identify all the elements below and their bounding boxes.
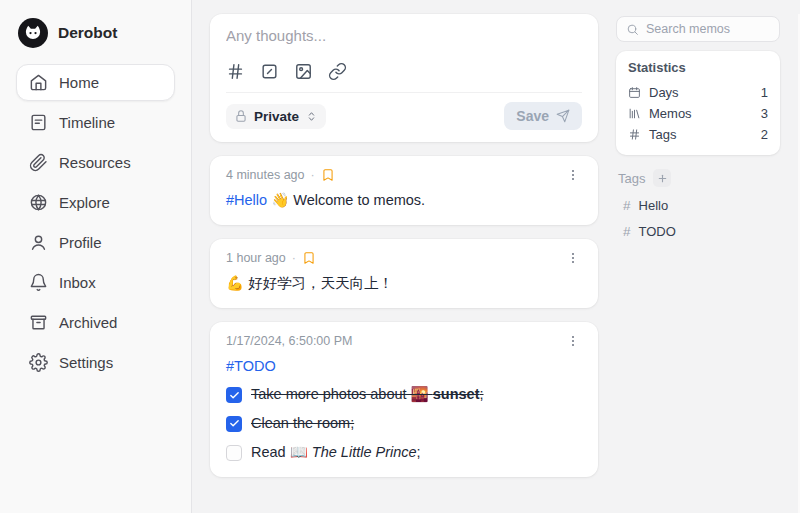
sidebar-item-label: Resources	[59, 154, 131, 171]
memo-input[interactable]	[226, 27, 582, 51]
task-row: Take more photos about 🌇 sunset;	[226, 384, 582, 406]
search-input[interactable]	[646, 22, 770, 36]
sidebar-item-inbox[interactable]: Inbox	[16, 264, 175, 301]
tag-link[interactable]: #Hello	[226, 192, 267, 208]
bell-icon	[29, 273, 48, 292]
sidebar-item-profile[interactable]: Profile	[16, 224, 175, 261]
globe-icon	[29, 193, 48, 212]
checkbox-checked[interactable]	[226, 387, 242, 403]
stat-value: 3	[761, 106, 768, 121]
memo-card: 1 hour ago · 💪 好好学习，天天向上！	[210, 239, 598, 308]
timeline-icon	[29, 113, 48, 132]
more-menu-icon[interactable]	[564, 332, 582, 350]
tags-header: Tags	[618, 169, 780, 187]
statistics-card: Statistics Days 1 Memos 3 Tags 2	[616, 51, 780, 155]
sidebar-item-settings[interactable]: Settings	[16, 344, 175, 381]
cat-avatar-icon	[18, 18, 48, 48]
memo-timestamp[interactable]: 4 minutes ago	[226, 168, 305, 182]
calendar-icon	[628, 86, 641, 99]
memo-header: 4 minutes ago ·	[226, 166, 582, 184]
tag-item-hello[interactable]: # Hello	[618, 198, 780, 213]
sidebar-item-home[interactable]: Home	[16, 64, 175, 101]
save-label: Save	[516, 108, 549, 124]
more-menu-icon[interactable]	[564, 166, 582, 184]
stat-row-days: Days 1	[628, 82, 768, 103]
stat-label: Tags	[649, 127, 676, 142]
chevrons-up-down-icon	[305, 110, 318, 123]
tags-section: Tags # Hello # TODO	[616, 169, 780, 239]
gear-icon	[29, 353, 48, 372]
paperclip-icon	[29, 153, 48, 172]
check-icon	[229, 390, 240, 401]
hash-symbol: #	[623, 198, 631, 213]
sidebar-item-explore[interactable]: Explore	[16, 184, 175, 221]
library-icon	[628, 107, 641, 120]
user-name: Derobot	[58, 24, 117, 42]
avatar	[18, 18, 48, 48]
right-panel: Statistics Days 1 Memos 3 Tags 2 Tags	[616, 14, 780, 513]
sidebar-item-timeline[interactable]: Timeline	[16, 104, 175, 141]
memo-text: 💪 好好学习，天天向上！	[226, 275, 393, 291]
stat-value: 2	[761, 127, 768, 142]
bookmark-icon	[321, 168, 335, 182]
memo-timestamp[interactable]: 1 hour ago	[226, 251, 286, 265]
memo-card: 1/17/2024, 6:50:00 PM #TODO Take more ph…	[210, 322, 598, 477]
composer-toolbar	[226, 62, 582, 81]
add-tag-button[interactable]	[653, 169, 671, 187]
archive-box-icon	[29, 313, 48, 332]
task-row: Clean the room;	[226, 413, 582, 435]
memo-card: 4 minutes ago · #Hello 👋 Welcome to memo…	[210, 156, 598, 225]
task-text: Take more photos about 🌇 sunset;	[251, 384, 484, 406]
memo-header: 1/17/2024, 6:50:00 PM	[226, 332, 582, 350]
image-icon[interactable]	[294, 62, 313, 81]
more-menu-icon[interactable]	[564, 249, 582, 267]
sidebar-item-label: Settings	[59, 354, 113, 371]
checklist-icon[interactable]	[260, 62, 279, 81]
memo-column: Private Save 4 minutes ago ·	[210, 14, 598, 513]
memo-composer: Private Save	[210, 14, 598, 142]
memo-content: #Hello 👋 Welcome to memos.	[226, 190, 582, 212]
lock-icon	[234, 109, 248, 123]
task-text: Read 📖 The Little Prince;	[251, 442, 421, 464]
sidebar-item-label: Inbox	[59, 274, 96, 291]
sidebar-item-archived[interactable]: Archived	[16, 304, 175, 341]
composer-divider	[226, 92, 582, 93]
visibility-value: Private	[254, 109, 299, 124]
sidebar-item-label: Archived	[59, 314, 117, 331]
memo-text: 👋 Welcome to memos.	[267, 192, 425, 208]
hashtag-icon[interactable]	[226, 62, 245, 81]
home-icon	[29, 73, 48, 92]
statistics-title: Statistics	[628, 60, 768, 75]
sidebar-nav: Home Timeline Resources Explore Profile …	[16, 64, 175, 381]
sidebar-item-label: Home	[59, 74, 99, 91]
memo-content: #TODO Take more photos about 🌇 sunset; C…	[226, 356, 582, 464]
stat-row-memos: Memos 3	[628, 103, 768, 124]
tag-link[interactable]: #TODO	[226, 358, 276, 374]
sidebar-item-label: Timeline	[59, 114, 115, 131]
memo-header: 1 hour ago ·	[226, 249, 582, 267]
main-area: Private Save 4 minutes ago ·	[192, 0, 800, 513]
link-icon[interactable]	[328, 62, 347, 81]
tag-name: TODO	[639, 224, 676, 239]
sidebar-item-label: Explore	[59, 194, 110, 211]
hashtag-icon	[628, 128, 641, 141]
visibility-select[interactable]: Private	[226, 104, 326, 129]
sidebar-item-resources[interactable]: Resources	[16, 144, 175, 181]
stat-value: 1	[761, 85, 768, 100]
hash-symbol: #	[623, 224, 631, 239]
person-icon	[29, 233, 48, 252]
checkbox-unchecked[interactable]	[226, 445, 242, 461]
memo-content: 💪 好好学习，天天向上！	[226, 273, 582, 295]
left-sidebar: Derobot Home Timeline Resources Explore …	[0, 0, 192, 513]
send-icon	[556, 109, 570, 123]
stat-label: Days	[649, 85, 679, 100]
memo-timestamp[interactable]: 1/17/2024, 6:50:00 PM	[226, 334, 352, 348]
stat-label: Memos	[649, 106, 692, 121]
search-icon	[626, 23, 639, 36]
bookmark-icon	[302, 251, 316, 265]
checkbox-checked[interactable]	[226, 416, 242, 432]
user-brand[interactable]: Derobot	[18, 18, 175, 48]
save-button[interactable]: Save	[504, 102, 582, 130]
tag-item-todo[interactable]: # TODO	[618, 224, 780, 239]
plus-icon	[657, 173, 668, 184]
